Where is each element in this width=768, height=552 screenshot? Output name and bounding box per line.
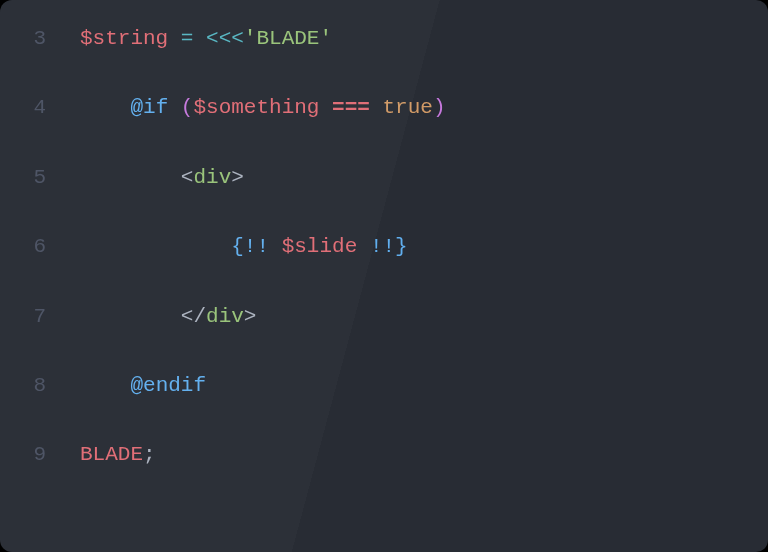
token: $something [193, 96, 319, 119]
token: < [181, 166, 194, 189]
code-line: 9BLADE; [0, 440, 768, 469]
token: @if [130, 96, 168, 119]
code-line: 5 <div> [0, 163, 768, 192]
token: === [332, 96, 370, 119]
line-number: 9 [20, 440, 80, 469]
token: <<< [206, 27, 244, 50]
code-line: 3$string = <<<'BLADE' [0, 24, 768, 53]
token: </ [181, 305, 206, 328]
indent [80, 166, 181, 189]
token [357, 235, 370, 258]
token: @endif [130, 374, 206, 397]
token: > [244, 305, 257, 328]
token [370, 96, 383, 119]
token: BLADE [80, 443, 143, 466]
code-content: $string = <<<'BLADE' [80, 24, 332, 53]
token: div [193, 166, 231, 189]
token [319, 96, 332, 119]
token: div [206, 305, 244, 328]
code-content: @if ($something === true) [80, 93, 446, 122]
code-line: 7 </div> [0, 302, 768, 331]
token [168, 96, 181, 119]
token [269, 235, 282, 258]
code-content: </div> [80, 302, 256, 331]
token: ; [143, 443, 156, 466]
code-content: <div> [80, 163, 244, 192]
code-line: 4 @if ($something === true) [0, 93, 768, 122]
token: true [383, 96, 433, 119]
code-editor: 3$string = <<<'BLADE'4 @if ($something =… [0, 0, 768, 552]
token: > [231, 166, 244, 189]
indent [80, 96, 130, 119]
token: 'BLADE' [244, 27, 332, 50]
token: $string [80, 27, 168, 50]
code-content: {!! $slide !!} [80, 232, 408, 261]
indent [80, 235, 231, 258]
indent [80, 305, 181, 328]
line-number: 7 [20, 302, 80, 331]
line-number: 8 [20, 371, 80, 400]
token: $slide [282, 235, 358, 258]
code-content: @endif [80, 371, 206, 400]
code-line: 8 @endif [0, 371, 768, 400]
line-number: 5 [20, 163, 80, 192]
token [193, 27, 206, 50]
code-content: BLADE; [80, 440, 156, 469]
token [168, 27, 181, 50]
indent [80, 374, 130, 397]
token: = [181, 27, 194, 50]
code-body: 3$string = <<<'BLADE'4 @if ($something =… [0, 24, 768, 470]
line-number: 3 [20, 24, 80, 53]
code-line: 6 {!! $slide !!} [0, 232, 768, 261]
token: {!! [231, 235, 269, 258]
line-number: 6 [20, 232, 80, 261]
token: ) [433, 96, 446, 119]
token: ( [181, 96, 194, 119]
token: !!} [370, 235, 408, 258]
line-number: 4 [20, 93, 80, 122]
